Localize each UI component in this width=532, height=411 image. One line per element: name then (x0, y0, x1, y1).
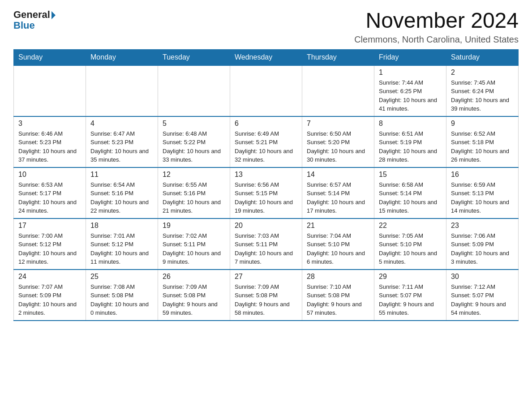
day-number: 8 (379, 120, 442, 128)
day-number: 25 (90, 273, 153, 281)
calendar-weekday-monday: Monday (86, 49, 158, 65)
calendar-cell: 27Sunrise: 7:09 AMSunset: 5:08 PMDayligh… (230, 270, 302, 321)
day-number: 23 (451, 222, 514, 230)
day-number: 22 (379, 222, 442, 230)
calendar-week-row: 24Sunrise: 7:07 AMSunset: 5:09 PMDayligh… (14, 270, 519, 321)
logo-arrow-icon (51, 11, 56, 19)
day-info: Sunrise: 7:08 AMSunset: 5:08 PMDaylight:… (90, 283, 153, 317)
calendar-cell: 24Sunrise: 7:07 AMSunset: 5:09 PMDayligh… (14, 270, 86, 321)
calendar-cell: 20Sunrise: 7:03 AMSunset: 5:11 PMDayligh… (230, 218, 302, 270)
calendar-weekday-sunday: Sunday (14, 49, 86, 65)
logo: General Blue (13, 9, 56, 30)
subtitle: Clemmons, North Carolina, United States (354, 34, 519, 45)
day-info: Sunrise: 6:55 AMSunset: 5:16 PMDaylight:… (163, 180, 225, 215)
day-number: 19 (163, 222, 225, 230)
day-number: 27 (235, 273, 297, 281)
day-number: 5 (163, 120, 225, 128)
calendar-cell: 15Sunrise: 6:58 AMSunset: 5:14 PMDayligh… (374, 167, 446, 218)
day-info: Sunrise: 6:52 AMSunset: 5:18 PMDaylight:… (451, 129, 514, 164)
calendar-table: SundayMondayTuesdayWednesdayThursdayFrid… (13, 49, 519, 321)
day-info: Sunrise: 6:50 AMSunset: 5:20 PMDaylight:… (307, 129, 369, 164)
day-info: Sunrise: 6:47 AMSunset: 5:23 PMDaylight:… (90, 129, 153, 164)
calendar-cell: 6Sunrise: 6:49 AMSunset: 5:21 PMDaylight… (230, 116, 302, 167)
calendar-cell: 14Sunrise: 6:57 AMSunset: 5:14 PMDayligh… (302, 167, 374, 218)
day-info: Sunrise: 7:01 AMSunset: 5:12 PMDaylight:… (90, 231, 153, 266)
day-info: Sunrise: 7:02 AMSunset: 5:11 PMDaylight:… (163, 231, 225, 266)
calendar-week-row: 1Sunrise: 7:44 AMSunset: 6:25 PMDaylight… (14, 65, 519, 116)
calendar-cell: 3Sunrise: 6:46 AMSunset: 5:23 PMDaylight… (14, 116, 86, 167)
calendar-cell: 19Sunrise: 7:02 AMSunset: 5:11 PMDayligh… (158, 218, 230, 270)
calendar-cell (158, 65, 230, 116)
day-number: 2 (451, 68, 514, 77)
calendar-cell: 30Sunrise: 7:12 AMSunset: 5:07 PMDayligh… (446, 270, 519, 321)
day-info: Sunrise: 6:46 AMSunset: 5:23 PMDaylight:… (18, 129, 81, 164)
day-info: Sunrise: 7:03 AMSunset: 5:11 PMDaylight:… (235, 231, 297, 266)
day-number: 14 (307, 171, 369, 179)
calendar-cell: 18Sunrise: 7:01 AMSunset: 5:12 PMDayligh… (86, 218, 158, 270)
day-number: 12 (163, 171, 225, 179)
calendar-cell: 1Sunrise: 7:44 AMSunset: 6:25 PMDaylight… (374, 65, 446, 116)
day-info: Sunrise: 6:53 AMSunset: 5:17 PMDaylight:… (18, 180, 81, 215)
day-number: 9 (451, 120, 514, 128)
calendar-cell: 9Sunrise: 6:52 AMSunset: 5:18 PMDaylight… (446, 116, 519, 167)
calendar-week-row: 3Sunrise: 6:46 AMSunset: 5:23 PMDaylight… (14, 116, 519, 167)
day-info: Sunrise: 6:59 AMSunset: 5:13 PMDaylight:… (451, 180, 514, 215)
page-header: General Blue November 2024 Clemmons, Nor… (13, 9, 519, 45)
calendar-cell: 21Sunrise: 7:04 AMSunset: 5:10 PMDayligh… (302, 218, 374, 270)
day-number: 6 (235, 120, 297, 128)
calendar-cell: 10Sunrise: 6:53 AMSunset: 5:17 PMDayligh… (14, 167, 86, 218)
title-block: November 2024 Clemmons, North Carolina, … (354, 9, 519, 45)
day-number: 30 (451, 273, 514, 281)
calendar-weekday-tuesday: Tuesday (158, 49, 230, 65)
day-number: 10 (18, 171, 81, 179)
calendar-cell: 11Sunrise: 6:54 AMSunset: 5:16 PMDayligh… (86, 167, 158, 218)
calendar-weekday-wednesday: Wednesday (230, 49, 302, 65)
day-info: Sunrise: 7:44 AMSunset: 6:25 PMDaylight:… (379, 78, 442, 113)
day-number: 17 (18, 222, 81, 230)
calendar-cell: 2Sunrise: 7:45 AMSunset: 6:24 PMDaylight… (446, 65, 519, 116)
calendar-cell: 8Sunrise: 6:51 AMSunset: 5:19 PMDaylight… (374, 116, 446, 167)
day-info: Sunrise: 7:07 AMSunset: 5:09 PMDaylight:… (18, 283, 81, 317)
calendar-week-row: 10Sunrise: 6:53 AMSunset: 5:17 PMDayligh… (14, 167, 519, 218)
day-info: Sunrise: 7:04 AMSunset: 5:10 PMDaylight:… (307, 231, 369, 266)
calendar-weekday-saturday: Saturday (446, 49, 519, 65)
day-info: Sunrise: 7:11 AMSunset: 5:07 PMDaylight:… (379, 283, 442, 317)
calendar-week-row: 17Sunrise: 7:00 AMSunset: 5:12 PMDayligh… (14, 218, 519, 270)
logo-general-text: General (13, 9, 50, 21)
day-number: 20 (235, 222, 297, 230)
day-number: 7 (307, 120, 369, 128)
day-info: Sunrise: 6:49 AMSunset: 5:21 PMDaylight:… (235, 129, 297, 164)
calendar-cell (86, 65, 158, 116)
calendar-cell: 29Sunrise: 7:11 AMSunset: 5:07 PMDayligh… (374, 270, 446, 321)
calendar-weekday-friday: Friday (374, 49, 446, 65)
day-number: 18 (90, 222, 153, 230)
calendar-cell: 17Sunrise: 7:00 AMSunset: 5:12 PMDayligh… (14, 218, 86, 270)
day-number: 26 (163, 273, 225, 281)
day-info: Sunrise: 6:51 AMSunset: 5:19 PMDaylight:… (379, 129, 442, 164)
day-number: 3 (18, 120, 81, 128)
calendar-cell (14, 65, 86, 116)
calendar-cell: 12Sunrise: 6:55 AMSunset: 5:16 PMDayligh… (158, 167, 230, 218)
day-info: Sunrise: 6:48 AMSunset: 5:22 PMDaylight:… (163, 129, 225, 164)
day-number: 24 (18, 273, 81, 281)
day-number: 15 (379, 171, 442, 179)
calendar-weekday-thursday: Thursday (302, 49, 374, 65)
day-number: 13 (235, 171, 297, 179)
day-info: Sunrise: 7:12 AMSunset: 5:07 PMDaylight:… (451, 283, 514, 317)
day-info: Sunrise: 7:09 AMSunset: 5:08 PMDaylight:… (163, 283, 225, 317)
calendar-cell: 5Sunrise: 6:48 AMSunset: 5:22 PMDaylight… (158, 116, 230, 167)
day-info: Sunrise: 7:00 AMSunset: 5:12 PMDaylight:… (18, 231, 81, 266)
day-info: Sunrise: 6:57 AMSunset: 5:14 PMDaylight:… (307, 180, 369, 215)
day-number: 21 (307, 222, 369, 230)
calendar-cell: 13Sunrise: 6:56 AMSunset: 5:15 PMDayligh… (230, 167, 302, 218)
day-info: Sunrise: 6:58 AMSunset: 5:14 PMDaylight:… (379, 180, 442, 215)
main-title: November 2024 (354, 9, 519, 33)
calendar-cell (230, 65, 302, 116)
day-info: Sunrise: 7:09 AMSunset: 5:08 PMDaylight:… (235, 283, 297, 317)
day-info: Sunrise: 7:45 AMSunset: 6:24 PMDaylight:… (451, 78, 514, 113)
day-number: 11 (90, 171, 153, 179)
day-number: 28 (307, 273, 369, 281)
calendar-cell: 16Sunrise: 6:59 AMSunset: 5:13 PMDayligh… (446, 167, 519, 218)
day-number: 1 (379, 68, 442, 77)
day-info: Sunrise: 7:06 AMSunset: 5:09 PMDaylight:… (451, 231, 514, 266)
